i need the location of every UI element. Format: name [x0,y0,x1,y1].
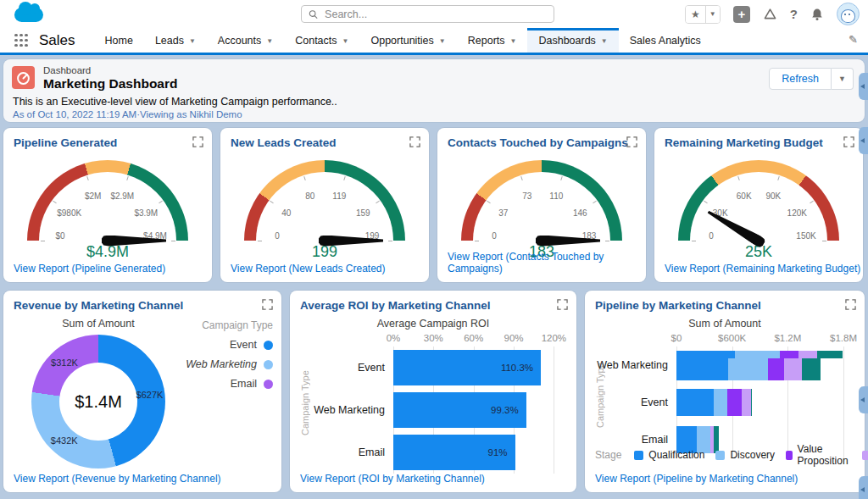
bar-segment[interactable] [798,351,817,358]
legend-dot [264,341,273,350]
bar-segment[interactable] [751,389,753,416]
bar-email[interactable]: 91% [393,435,515,470]
chevron-down-icon[interactable]: ▼ [189,37,196,45]
bar-web-marketing[interactable]: 99.3% [393,392,526,428]
gauge-chart[interactable]: 030K60K90K120K150K [678,160,839,241]
legend-item-proposal-quote: Proposal/Quote [862,449,868,461]
chevron-down-icon[interactable]: ▼ [342,37,349,45]
chevron-down-icon[interactable]: ▼ [266,37,273,45]
notifications-bell-icon[interactable] [810,8,824,21]
nav-tab-sales-analytics[interactable]: Sales Analytics [619,28,712,53]
category-label: Web Marketing [314,404,393,416]
bar-segment[interactable] [676,389,714,416]
bar-segment[interactable] [714,389,726,416]
favorites-button[interactable]: ★ ▼ [685,5,721,24]
gauge-tick-label: 119 [332,191,346,200]
bar-segment[interactable] [780,351,798,358]
legend-item-email: Email [183,378,273,390]
bar-segment[interactable] [676,351,735,358]
gauge-tick-label: $2.9M [110,191,134,200]
gauge-tick-label: 150K [796,231,815,241]
favorites-caret-icon[interactable]: ▼ [705,6,720,23]
expand-icon[interactable] [557,299,568,310]
view-report-link[interactable]: View Report (ROI by Marketing Channel) [300,473,485,485]
bar-chart[interactable]: Event110.3%Web Marketing99.3%Email91% [393,347,565,474]
expand-icon[interactable] [409,136,420,147]
gauge-tick-label: 0 [709,231,714,241]
expand-icon[interactable] [843,136,854,147]
view-report-link[interactable]: View Report (Pipeline by Marketing Chann… [595,473,798,485]
category-label: Event [641,396,676,408]
gauge-tick-label: 110 [549,191,563,200]
view-report-link[interactable]: View Report (Revenue by Marketing Channe… [14,473,221,485]
gauge-chart[interactable]: 03773110146183 [461,160,622,241]
nav-tab-contacts[interactable]: Contacts▼ [284,28,359,53]
bar-value-label: 91% [488,447,508,457]
view-report-link[interactable]: View Report (New Leads Created) [231,263,386,274]
help-icon[interactable]: ? [790,8,798,20]
bar-segment[interactable] [802,358,821,380]
gauge-tick-label: 159 [356,208,370,218]
view-report-link[interactable]: View Report (Contacts Touched by Campaig… [448,251,646,274]
collapsed-panel-tab[interactable] [859,73,868,100]
expand-icon[interactable] [626,136,637,147]
collapsed-panel-tab[interactable] [859,386,868,413]
global-search[interactable] [301,5,554,23]
bar-segment[interactable] [727,389,743,416]
setup-icon[interactable] [763,8,777,21]
chevron-down-icon[interactable]: ▼ [510,37,517,45]
donut-center-value: $1.4M [75,392,122,412]
nav-tab-reports[interactable]: Reports▼ [457,28,528,53]
gauge-tick-label: $2M [85,191,101,200]
refresh-dropdown-caret-icon[interactable]: ▼ [832,68,854,90]
gauge-tick-label: 73 [522,191,531,200]
collapsed-panel-tab[interactable] [859,476,868,499]
bar-segment[interactable] [728,358,768,380]
expand-icon[interactable] [262,299,273,310]
nav-tab-opportunities[interactable]: Opportunities▼ [359,28,456,53]
edit-nav-pencil-icon[interactable]: ✎ [849,33,858,46]
expand-icon[interactable] [192,136,203,147]
stacked-bar-web-marketing[interactable] [676,358,853,380]
nav-tab-home[interactable]: Home [94,28,144,53]
nav-tabs: HomeLeads▼Accounts▼Contacts▼Opportunitie… [94,28,712,53]
bar-segment[interactable] [676,358,728,380]
gauge-chart[interactable]: $0$980K$2M$2.9M$3.9M$4.9M [27,160,188,241]
nav-tab-leads[interactable]: Leads▼ [144,28,207,53]
gauge-tick-label: 146 [573,208,587,218]
collapsed-panel-tab[interactable] [859,127,868,154]
bar-segment[interactable] [784,358,802,380]
view-report-link[interactable]: View Report (Pipeline Generated) [14,263,165,274]
gauge-tick-label: 0 [492,231,497,241]
axis-tick-label: $600K [718,333,746,343]
legend-title: Campaign Type [183,319,273,331]
legend-item-event: Event [183,339,273,351]
nav-tab-dashboards[interactable]: Dashboards▼ [527,28,618,53]
nav-tab-accounts[interactable]: Accounts▼ [207,28,284,53]
bar-segment[interactable] [735,351,780,358]
global-actions-button[interactable]: + [733,6,750,23]
app-launcher-icon[interactable] [14,34,28,47]
user-avatar[interactable] [837,3,860,25]
stacked-bar-event[interactable] [676,389,853,416]
bar-segment[interactable] [817,351,843,358]
star-icon[interactable]: ★ [686,6,705,23]
chevron-down-icon[interactable]: ▼ [439,37,446,45]
chevron-down-icon[interactable]: ▼ [601,37,608,45]
widget-title: New Leads Created [231,136,337,149]
legend-swatch [715,451,725,460]
refresh-button[interactable]: Refresh [769,68,832,90]
gauge-tick-label: $980K [57,208,81,218]
gauge-chart[interactable]: 04080119159199 [244,160,405,241]
axis-tick-label: $1.8M [830,333,857,343]
stacked-bar-web-marketing[interactable] [676,351,853,358]
expand-icon[interactable] [845,299,856,310]
bar-segment[interactable] [742,389,750,416]
view-report-link[interactable]: View Report (Remaining Marketing Budget) [665,263,860,274]
search-input[interactable] [323,8,547,21]
bar-event[interactable]: 110.3% [393,350,541,385]
bar-segment[interactable] [768,358,784,380]
dashboard-description: This is an Executive-level view of Marke… [13,96,337,108]
widget-pipeline-by-channel: Pipeline by Marketing Channel Sum of Amo… [585,291,865,492]
stacked-bar-chart[interactable]: Web MarketingEventEmail [676,347,853,458]
